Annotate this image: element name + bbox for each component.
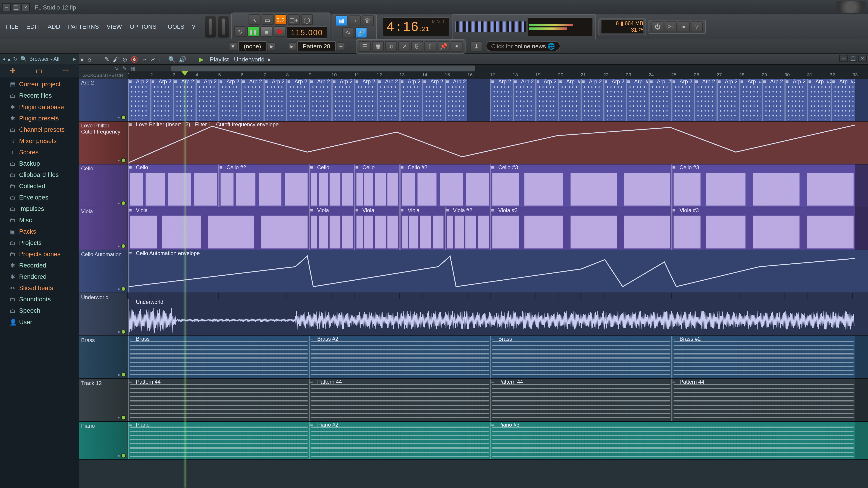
scissors-icon[interactable]: ✂ bbox=[665, 21, 677, 32]
clip[interactable]: ≡Cello bbox=[309, 164, 354, 207]
step-seq-toggle-icon[interactable]: → bbox=[348, 15, 361, 26]
track-mute-toggle[interactable] bbox=[121, 244, 126, 249]
track-header[interactable]: Arp 2▪ bbox=[79, 78, 127, 121]
clip[interactable]: ≡Arp 2 bbox=[490, 78, 513, 121]
clip[interactable]: ≡Viola bbox=[354, 207, 399, 250]
song-mode-icon[interactable]: ▭ bbox=[261, 14, 274, 25]
overview-draw-icon[interactable]: ✎ bbox=[122, 65, 127, 71]
overview-grid-icon[interactable]: ▦ bbox=[131, 65, 136, 71]
track-lane[interactable]: ≡Arp 2≡Arp 2≡Arp 2≡Arp 2≡Arp 2≡Arp 2≡Arp… bbox=[127, 78, 868, 121]
track-header[interactable]: Underworld▪ bbox=[79, 293, 127, 335]
clip[interactable]: ≡Piano bbox=[127, 422, 309, 459]
clip[interactable]: ≡Viola #3 bbox=[490, 207, 671, 250]
clip[interactable]: ≡Piano #2 bbox=[309, 422, 490, 459]
sys-maximize-icon[interactable]: ▢ bbox=[12, 3, 20, 11]
browser-item[interactable]: ✱Rendered bbox=[0, 271, 79, 283]
wave-tab-icon[interactable]: 〰 bbox=[62, 67, 69, 75]
menu-view[interactable]: VIEW bbox=[103, 21, 125, 32]
link-icon[interactable]: 🔗 bbox=[355, 27, 367, 38]
clip[interactable]: ≡Arp 2 bbox=[309, 78, 331, 121]
clip[interactable]: ≡Cello bbox=[354, 164, 399, 207]
track-mute-toggle[interactable] bbox=[121, 372, 126, 377]
clip[interactable]: ≡Arp 2 bbox=[717, 78, 739, 121]
clip[interactable]: ≡Arp..#2 bbox=[649, 78, 671, 121]
playlist-ruler[interactable]: Z-CROSS STRETCH 123456789101112131415161… bbox=[79, 71, 868, 78]
add-tab-icon[interactable]: ✚ bbox=[10, 67, 16, 75]
browser-item[interactable]: ♪Scores bbox=[0, 147, 79, 158]
pl-tool-erase-icon[interactable]: ⊘ bbox=[122, 56, 127, 62]
clip[interactable]: ≡Arp..#3 bbox=[558, 78, 581, 121]
clip[interactable]: ≡Arp 2 bbox=[535, 78, 558, 121]
snap-selector[interactable]: (none) bbox=[239, 41, 267, 51]
snap-mode-icon[interactable]: ▾ bbox=[229, 42, 237, 51]
pl-tool-slip-icon[interactable]: ↔ bbox=[141, 56, 147, 62]
clip[interactable]: ≡Viola bbox=[309, 207, 354, 250]
menu-file[interactable]: FILE bbox=[2, 21, 22, 32]
pl-tool-draw-icon[interactable]: ✎ bbox=[104, 56, 109, 62]
help-icon[interactable]: ? bbox=[691, 21, 703, 32]
clip[interactable]: ≡Viola #2 bbox=[445, 207, 490, 250]
browser-item[interactable]: 🗀Misc bbox=[0, 215, 79, 226]
track-lane[interactable]: ≡Piano≡Piano #2≡Piano #3 bbox=[127, 422, 868, 459]
clip[interactable]: ≡Cello #2 bbox=[218, 164, 309, 207]
clip[interactable]: ≡Arp 2 bbox=[603, 78, 626, 121]
browser-item[interactable]: 🗀Channel presets bbox=[0, 124, 79, 135]
clip[interactable]: ≡Arp 2 bbox=[241, 78, 264, 121]
clip[interactable]: ≡Underworld bbox=[127, 299, 855, 335]
clip[interactable]: ≡Pattern 44 bbox=[671, 379, 855, 421]
playhead-marker-icon[interactable] bbox=[181, 71, 188, 76]
clip[interactable]: ≡Arp..#2 bbox=[807, 78, 831, 121]
clip[interactable]: ≡Cello #3 bbox=[490, 164, 671, 207]
clip[interactable]: ≡Viola bbox=[127, 207, 309, 250]
play-button[interactable]: ▮▮ bbox=[247, 26, 259, 37]
pattern-selector[interactable]: Pattern 28 bbox=[298, 41, 336, 51]
menu-tools[interactable]: TOOLS bbox=[161, 21, 188, 32]
track-mute-toggle[interactable] bbox=[121, 287, 126, 291]
download-icon[interactable]: ⬇ bbox=[470, 41, 483, 52]
browser-item[interactable]: ✂Sliced beats bbox=[0, 283, 79, 294]
master-volume-knob[interactable] bbox=[836, 1, 866, 13]
clip[interactable]: ≡Arp 2 bbox=[377, 78, 399, 121]
browser-item[interactable]: 🗀Soundfonts bbox=[0, 294, 79, 305]
browser-item[interactable]: ▣Packs bbox=[0, 226, 79, 237]
sys-close-icon[interactable]: × bbox=[22, 3, 30, 11]
refresh-icon[interactable]: ↻ bbox=[13, 56, 18, 62]
pattern-mode-icon[interactable]: ∿ bbox=[248, 14, 260, 25]
playlist-overview-scroll[interactable]: ∿ ✎ ▦ bbox=[79, 64, 868, 72]
browser-item[interactable]: 🗀Speech bbox=[0, 305, 79, 316]
copy-icon[interactable]: ▯ bbox=[425, 41, 436, 52]
clip[interactable]: ≡Brass #2 bbox=[671, 336, 855, 378]
clip[interactable]: ≡Piano #3 bbox=[490, 422, 855, 459]
browser-item[interactable]: ≋Mixer presets bbox=[0, 135, 79, 147]
mic-icon[interactable]: ● bbox=[678, 21, 690, 32]
countdown-icon[interactable]: ◯ bbox=[301, 14, 313, 25]
clip[interactable]: ≡Pattern 44 bbox=[309, 379, 490, 421]
song-position-display[interactable]: 4:16:21 B.S.T bbox=[382, 17, 450, 36]
menu-help[interactable]: ? bbox=[188, 21, 199, 32]
browser-item[interactable]: 🗀Collected bbox=[0, 181, 79, 192]
clip[interactable]: ≡Arp 2 bbox=[264, 78, 286, 121]
pattern-add-icon[interactable]: + bbox=[337, 42, 345, 51]
browser-item[interactable]: 🗀Impulses bbox=[0, 203, 79, 215]
clip[interactable]: ≡Arp 2 bbox=[422, 78, 445, 121]
power-icon[interactable]: ⏻ bbox=[652, 21, 664, 32]
track-lane[interactable]: ≡Brass≡Brass #2≡Brass≡Brass #2 bbox=[127, 336, 868, 378]
view-playlist-icon[interactable]: ☰ bbox=[359, 41, 371, 52]
master-volume-slider[interactable] bbox=[218, 16, 228, 37]
loop-rec-icon[interactable]: ↻ bbox=[234, 26, 246, 37]
piano-roll-toggle-icon[interactable]: 🗑 bbox=[362, 15, 374, 26]
track-lane[interactable]: ≡Cello Automation envelope bbox=[127, 250, 868, 293]
news-link[interactable]: Click for online news 🌐 bbox=[486, 41, 560, 51]
clip[interactable]: ≡Brass #2 bbox=[309, 336, 490, 378]
track-mute-toggle[interactable] bbox=[121, 201, 126, 205]
metronome-icon[interactable]: ◫+ bbox=[288, 14, 300, 25]
ruler-options[interactable]: Z-CROSS STRETCH bbox=[79, 71, 127, 78]
browser-item[interactable]: ✱Plugin database bbox=[0, 101, 79, 112]
overview-thumb[interactable] bbox=[171, 66, 475, 71]
track-lane[interactable]: ≡Love Philter (Insert 12) - Filter 1 - C… bbox=[127, 122, 868, 164]
pl-tool-paint-icon[interactable]: 🖌 bbox=[113, 56, 119, 62]
clip[interactable]: ≡Brass bbox=[490, 336, 671, 378]
clip[interactable]: ≡Arp 2 bbox=[127, 78, 150, 121]
clip[interactable]: ≡Pattern 44 bbox=[127, 379, 309, 421]
track-header[interactable]: Cello▪ bbox=[79, 164, 127, 207]
